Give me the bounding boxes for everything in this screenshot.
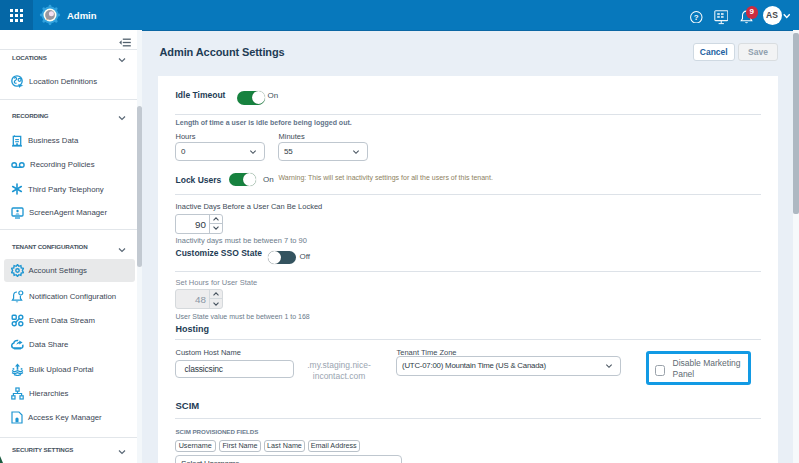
svg-text:?: ? — [694, 13, 699, 22]
